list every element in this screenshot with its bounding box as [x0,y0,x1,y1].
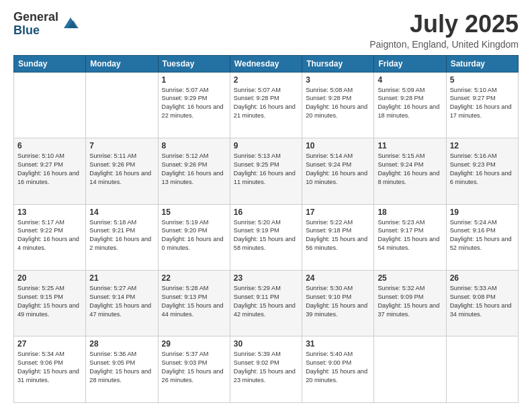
table-row: 9Sunrise: 5:13 AM Sunset: 9:25 PM Daylig… [230,138,302,204]
table-row [86,72,158,138]
day-number: 14 [89,208,154,217]
header: General Blue July 2025 Paignton, England… [13,11,519,50]
day-info: Sunrise: 5:28 AM Sunset: 9:13 PM Dayligh… [162,284,226,319]
day-number: 12 [450,141,515,150]
day-number: 22 [162,273,226,283]
table-row: 13Sunrise: 5:17 AM Sunset: 9:22 PM Dayli… [14,204,86,270]
table-row: 15Sunrise: 5:19 AM Sunset: 9:20 PM Dayli… [158,204,230,270]
table-row: 7Sunrise: 5:11 AM Sunset: 9:26 PM Daylig… [86,138,158,204]
day-number: 15 [162,208,226,217]
table-row: 1Sunrise: 5:07 AM Sunset: 9:29 PM Daylig… [158,72,230,138]
calendar-week-row: 27Sunrise: 5:34 AM Sunset: 9:06 PM Dayli… [14,336,519,403]
header-sunday: Sunday [14,55,86,72]
header-wednesday: Wednesday [230,55,302,72]
day-number: 20 [17,273,82,283]
day-number: 17 [306,208,370,217]
day-info: Sunrise: 5:40 AM Sunset: 9:00 PM Dayligh… [306,350,370,385]
day-number: 8 [162,141,226,150]
header-tuesday: Tuesday [158,55,230,72]
day-info: Sunrise: 5:23 AM Sunset: 9:17 PM Dayligh… [378,218,442,253]
logo-general-text: General [13,11,58,24]
table-row: 22Sunrise: 5:28 AM Sunset: 9:13 PM Dayli… [158,271,230,336]
day-info: Sunrise: 5:24 AM Sunset: 9:16 PM Dayligh… [450,218,515,253]
table-row: 23Sunrise: 5:29 AM Sunset: 9:11 PM Dayli… [230,271,302,336]
logo-blue-text: Blue [13,24,58,38]
table-row: 28Sunrise: 5:36 AM Sunset: 9:05 PM Dayli… [86,336,158,403]
table-row: 16Sunrise: 5:20 AM Sunset: 9:19 PM Dayli… [230,204,302,270]
table-row [374,336,446,403]
day-number: 31 [306,339,370,349]
day-number: 2 [234,75,298,85]
table-row: 26Sunrise: 5:33 AM Sunset: 9:08 PM Dayli… [446,271,518,336]
calendar-week-row: 1Sunrise: 5:07 AM Sunset: 9:29 PM Daylig… [14,72,519,138]
day-info: Sunrise: 5:27 AM Sunset: 9:14 PM Dayligh… [89,284,154,319]
day-info: Sunrise: 5:07 AM Sunset: 9:28 PM Dayligh… [234,86,298,121]
table-row: 27Sunrise: 5:34 AM Sunset: 9:06 PM Dayli… [14,336,86,403]
day-number: 1 [162,75,226,85]
day-info: Sunrise: 5:30 AM Sunset: 9:10 PM Dayligh… [306,284,370,319]
day-info: Sunrise: 5:16 AM Sunset: 9:23 PM Dayligh… [450,152,515,187]
day-info: Sunrise: 5:07 AM Sunset: 9:29 PM Dayligh… [162,86,226,121]
table-row: 10Sunrise: 5:14 AM Sunset: 9:24 PM Dayli… [302,138,374,204]
day-number: 11 [378,141,442,150]
day-info: Sunrise: 5:19 AM Sunset: 9:20 PM Dayligh… [162,218,226,253]
calendar-week-row: 6Sunrise: 5:10 AM Sunset: 9:27 PM Daylig… [14,138,519,204]
day-number: 28 [89,339,154,349]
title-block: July 2025 Paignton, England, United King… [369,11,519,50]
day-number: 9 [234,141,298,150]
table-row: 8Sunrise: 5:12 AM Sunset: 9:26 PM Daylig… [158,138,230,204]
calendar-week-row: 13Sunrise: 5:17 AM Sunset: 9:22 PM Dayli… [14,204,519,270]
table-row: 31Sunrise: 5:40 AM Sunset: 9:00 PM Dayli… [302,336,374,403]
table-row [14,72,86,138]
day-info: Sunrise: 5:18 AM Sunset: 9:21 PM Dayligh… [89,218,154,253]
table-row: 12Sunrise: 5:16 AM Sunset: 9:23 PM Dayli… [446,138,518,204]
day-info: Sunrise: 5:08 AM Sunset: 9:28 PM Dayligh… [306,86,370,121]
table-row: 30Sunrise: 5:39 AM Sunset: 9:02 PM Dayli… [230,336,302,403]
day-number: 7 [89,141,154,150]
day-info: Sunrise: 5:12 AM Sunset: 9:26 PM Dayligh… [162,152,226,187]
header-thursday: Thursday [302,55,374,72]
day-info: Sunrise: 5:36 AM Sunset: 9:05 PM Dayligh… [89,350,154,385]
day-info: Sunrise: 5:14 AM Sunset: 9:24 PM Dayligh… [306,152,370,187]
table-row: 21Sunrise: 5:27 AM Sunset: 9:14 PM Dayli… [86,271,158,336]
day-info: Sunrise: 5:15 AM Sunset: 9:24 PM Dayligh… [378,152,442,187]
table-row: 29Sunrise: 5:37 AM Sunset: 9:03 PM Dayli… [158,336,230,403]
table-row: 18Sunrise: 5:23 AM Sunset: 9:17 PM Dayli… [374,204,446,270]
day-info: Sunrise: 5:33 AM Sunset: 9:08 PM Dayligh… [450,284,515,319]
calendar-week-row: 20Sunrise: 5:25 AM Sunset: 9:15 PM Dayli… [14,271,519,336]
day-number: 24 [306,273,370,283]
table-row: 11Sunrise: 5:15 AM Sunset: 9:24 PM Dayli… [374,138,446,204]
table-row: 14Sunrise: 5:18 AM Sunset: 9:21 PM Dayli… [86,204,158,270]
day-number: 29 [162,339,226,349]
day-number: 13 [17,208,82,217]
day-number: 23 [234,273,298,283]
day-number: 3 [306,75,370,85]
day-info: Sunrise: 5:13 AM Sunset: 9:25 PM Dayligh… [234,152,298,187]
month-title: July 2025 [369,11,519,38]
header-friday: Friday [374,55,446,72]
day-number: 4 [378,75,442,85]
day-info: Sunrise: 5:11 AM Sunset: 9:26 PM Dayligh… [89,152,154,187]
day-number: 25 [378,273,442,283]
day-number: 19 [450,208,515,217]
logo-icon [61,13,80,32]
day-info: Sunrise: 5:37 AM Sunset: 9:03 PM Dayligh… [162,350,226,385]
calendar-table: Sunday Monday Tuesday Wednesday Thursday… [13,55,519,403]
day-number: 26 [450,273,515,283]
table-row: 20Sunrise: 5:25 AM Sunset: 9:15 PM Dayli… [14,271,86,336]
day-number: 18 [378,208,442,217]
header-monday: Monday [86,55,158,72]
table-row: 2Sunrise: 5:07 AM Sunset: 9:28 PM Daylig… [230,72,302,138]
day-number: 16 [234,208,298,217]
day-info: Sunrise: 5:39 AM Sunset: 9:02 PM Dayligh… [234,350,298,385]
calendar-header-row: Sunday Monday Tuesday Wednesday Thursday… [14,55,519,72]
day-info: Sunrise: 5:25 AM Sunset: 9:15 PM Dayligh… [17,284,82,319]
day-number: 6 [17,141,82,150]
day-info: Sunrise: 5:22 AM Sunset: 9:18 PM Dayligh… [306,218,370,253]
table-row: 17Sunrise: 5:22 AM Sunset: 9:18 PM Dayli… [302,204,374,270]
header-saturday: Saturday [446,55,518,72]
table-row: 4Sunrise: 5:09 AM Sunset: 9:28 PM Daylig… [374,72,446,138]
table-row: 25Sunrise: 5:32 AM Sunset: 9:09 PM Dayli… [374,271,446,336]
day-info: Sunrise: 5:10 AM Sunset: 9:27 PM Dayligh… [450,86,515,121]
location: Paignton, England, United Kingdom [369,39,519,50]
